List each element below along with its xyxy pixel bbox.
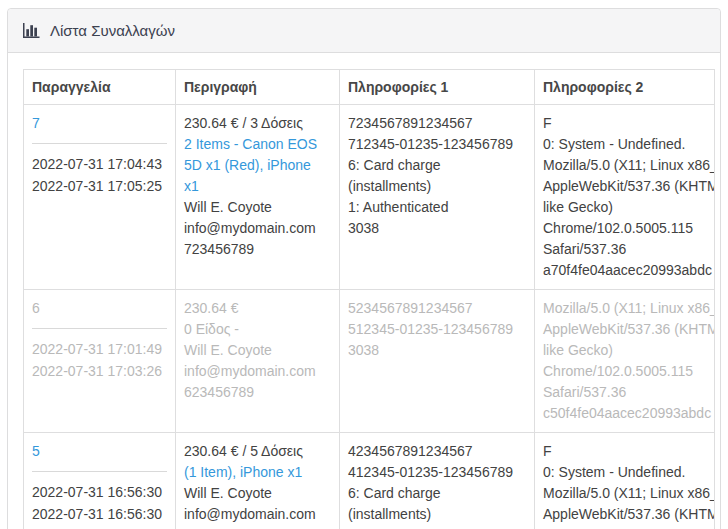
info2-line: AppleWebKit/537.36 (KHTML, [543,319,706,340]
info1-line: 712345-01235-123456789 [348,134,526,155]
transactions-panel: Λίστα Συναλλαγών Παραγγελία Περιγραφή Πλ… [7,8,721,529]
info2-line: Chrome/102.0.5005.115 [543,361,706,382]
info2-line: F [543,441,706,462]
info1-cell: 7234567891234567712345-01235-1234567896:… [340,105,535,290]
info1-line: (installments) [348,176,526,197]
description-line: 623456789 [184,382,331,403]
order-id-link[interactable]: 5 [32,441,167,462]
order-items-link[interactable]: (1 Item), iPhone x1 [184,462,331,483]
info2-line: Chrome/102.0.5005.115 [543,218,706,239]
description-line: Will E. Coyote [184,340,331,361]
bar-chart-icon [23,23,40,38]
description-line: 230.64 € / 5 Δόσεις [184,441,331,462]
description-line: 230.64 € [184,298,331,319]
column-header-info1: Πληροφορίες 1 [340,70,535,105]
description-line: info@mydomain.com [184,504,331,525]
panel-title: Λίστα Συναλλαγών [50,22,175,39]
order-divider [32,328,167,329]
order-date-modified: 2022-07-31 17:03:26 [32,360,167,382]
info2-line: AppleWebKit/537.36 (KHTML, [543,504,706,525]
order-date-added: 2022-07-31 17:01:49 [32,338,167,360]
info1-cell: 5234567891234567512345-01235-12345678930… [340,290,535,433]
order-items-link[interactable]: x1 [184,176,331,197]
column-header-description: Περιγραφή [176,70,340,105]
description-cell: 230.64 € / 3 Δόσεις2 Items - Canon EOS5D… [176,105,340,290]
transaction-row: 72022-07-31 17:04:432022-07-31 17:05:252… [24,105,715,290]
info1-line: 6: Card charge [348,483,526,504]
description-line: 723456789 [184,239,331,260]
order-id-link[interactable]: 7 [32,113,167,134]
order-cell: 62022-07-31 17:01:492022-07-31 17:03:26 [24,290,176,433]
info1-line: 7234567891234567 [348,113,526,134]
info2-cell: F0: System - Undefined.Mozilla/5.0 (X11;… [535,105,715,290]
info2-cell: F0: System - Undefined.Mozilla/5.0 (X11;… [535,433,715,529]
info1-line: 412345-01235-123456789 [348,462,526,483]
info2-line: c50f4fe04aacec20993abdc [543,403,706,424]
info2-line: like Gecko) [543,340,706,361]
info1-cell: 4234567891234567412345-01235-1234567896:… [340,433,535,529]
info2-line: 0: System - Undefined. [543,134,706,155]
info1-line: 1: Authenticated [348,197,526,218]
info2-line: Mozilla/5.0 (X11; Linux x86_64) [543,155,706,176]
info1-line: 512345-01235-123456789 [348,319,526,340]
order-cell: 72022-07-31 17:04:432022-07-31 17:05:25 [24,105,176,290]
info1-line: 6: Card charge [348,155,526,176]
info2-line: Safari/537.36 [543,382,706,403]
order-items-link[interactable]: 5D x1 (Red), iPhone [184,155,331,176]
transaction-row: 52022-07-31 16:56:302022-07-31 16:56:302… [24,433,715,529]
description-line: info@mydomain.com [184,218,331,239]
transactions-table: Παραγγελία Περιγραφή Πληροφορίες 1 Πληρο… [23,69,715,529]
panel-heading: Λίστα Συναλλαγών [8,9,720,53]
info2-line: Mozilla/5.0 (X11; Linux x86_64) [543,298,706,319]
description-line: info@mydomain.com [184,361,331,382]
transactions-tbody: 72022-07-31 17:04:432022-07-31 17:05:252… [24,105,715,529]
info1-line: (installments) [348,504,526,525]
info2-line: AppleWebKit/537.36 (KHTML, [543,176,706,197]
column-header-order: Παραγγελία [24,70,176,105]
info1-line: 3038 [348,340,526,361]
info2-line: a70f4fe04aacec20993abdc [543,260,706,281]
order-date-added: 2022-07-31 16:56:30 [32,481,167,503]
panel-body: Παραγγελία Περιγραφή Πληροφορίες 1 Πληρο… [8,53,720,529]
order-divider [32,143,167,144]
order-divider [32,471,167,472]
column-header-info2: Πληροφορίες 2 [535,70,715,105]
info2-line: 0: System - Undefined. [543,462,706,483]
info2-line: F [543,113,706,134]
order-cell: 52022-07-31 16:56:302022-07-31 16:56:30 [24,433,176,529]
table-header-row: Παραγγελία Περιγραφή Πληροφορίες 1 Πληρο… [24,70,715,105]
description-line: 0 Είδος - [184,319,331,340]
transaction-row: 62022-07-31 17:01:492022-07-31 17:03:262… [24,290,715,433]
info2-line: Mozilla/5.0 (X11; Linux x86_64) [543,483,706,504]
info1-line: 3038 [348,218,526,239]
info2-line: like Gecko) [543,197,706,218]
order-date-modified: 2022-07-31 17:05:25 [32,175,167,197]
order-items-link[interactable]: 2 Items - Canon EOS [184,134,331,155]
info1-line: 4234567891234567 [348,441,526,462]
description-line: Will E. Coyote [184,483,331,504]
order-id-link: 6 [32,298,167,319]
description-cell: 230.64 €0 Είδος -Will E. Coyoteinfo@mydo… [176,290,340,433]
order-date-added: 2022-07-31 17:04:43 [32,153,167,175]
info1-line: 5234567891234567 [348,298,526,319]
description-line: Will E. Coyote [184,197,331,218]
info2-line: Safari/537.36 [543,239,706,260]
description-line: 230.64 € / 3 Δόσεις [184,113,331,134]
description-cell: 230.64 € / 5 Δόσεις(1 Item), iPhone x1Wi… [176,433,340,529]
info2-cell: Mozilla/5.0 (X11; Linux x86_64)AppleWebK… [535,290,715,433]
order-date-modified: 2022-07-31 16:56:30 [32,503,167,525]
